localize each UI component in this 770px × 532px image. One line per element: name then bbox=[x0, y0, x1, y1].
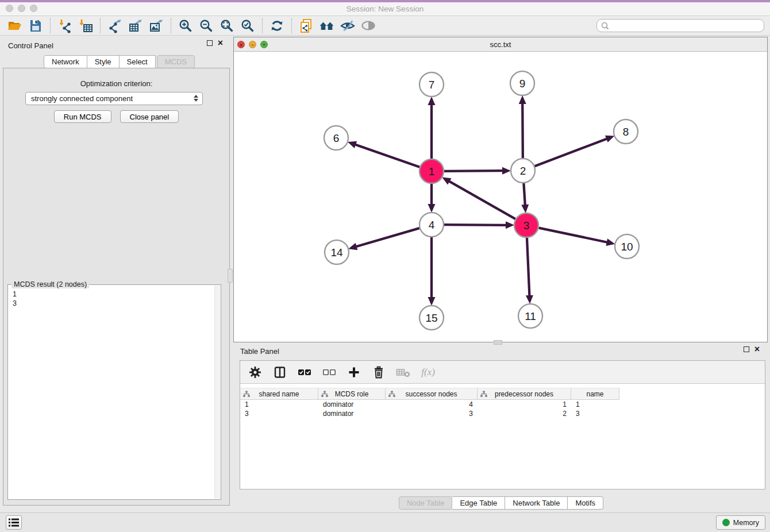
graph-edge-3-1[interactable] bbox=[449, 181, 515, 219]
column-settings-gear-button[interactable] bbox=[247, 364, 263, 380]
zoom-in-button[interactable] bbox=[175, 17, 196, 34]
double-home-icon bbox=[319, 18, 334, 33]
table-tab-network-table[interactable]: Network Table bbox=[505, 496, 568, 510]
criterion-select[interactable]: strongly connected component bbox=[25, 92, 203, 105]
memory-button[interactable]: Memory bbox=[716, 515, 765, 530]
add-row-button[interactable] bbox=[346, 364, 362, 380]
table-tab-motifs[interactable]: Motifs bbox=[568, 496, 603, 510]
import-network-button[interactable] bbox=[55, 17, 75, 34]
graph-edge-1-6[interactable] bbox=[355, 145, 419, 167]
zoom-selected-button[interactable] bbox=[237, 17, 258, 34]
mcds-result-list: 13 bbox=[8, 285, 221, 308]
mcds-result-line: 3 bbox=[13, 299, 216, 308]
table-cell[interactable]: 2 bbox=[478, 409, 571, 418]
function-builder-button[interactable]: f(x) bbox=[420, 364, 436, 380]
table-tab-edge-table[interactable]: Edge Table bbox=[452, 496, 505, 510]
mcds-result-box: MCDS result (2 nodes) 13 bbox=[7, 284, 221, 500]
toolbar-separator bbox=[100, 18, 101, 33]
tab-select[interactable]: Select bbox=[120, 55, 156, 68]
delete-row-button[interactable] bbox=[371, 364, 387, 380]
column-header-shared-name[interactable]: shared name bbox=[240, 388, 318, 400]
main-toolbar bbox=[0, 16, 770, 36]
search-input[interactable] bbox=[610, 20, 764, 31]
result-scrollbar[interactable] bbox=[214, 286, 220, 499]
export-table-button[interactable] bbox=[125, 17, 146, 34]
graph-edge-3-11[interactable] bbox=[527, 238, 529, 296]
network-window-title: scc.txt bbox=[234, 40, 767, 49]
tab-mcds[interactable]: MCDS bbox=[157, 55, 195, 68]
graph-edge-2-8[interactable] bbox=[535, 138, 607, 166]
graph-edge-1-2[interactable] bbox=[444, 171, 503, 171]
table-cell[interactable]: 3 bbox=[240, 409, 318, 418]
vertical-splitter-handle[interactable] bbox=[228, 269, 233, 283]
graph-edge-3-10[interactable] bbox=[539, 228, 607, 242]
import-table-button[interactable] bbox=[75, 17, 96, 34]
export-table-icon bbox=[128, 18, 143, 33]
table-cell[interactable]: dominator bbox=[318, 409, 386, 418]
table-tab-node-table[interactable]: Node Table bbox=[399, 496, 453, 510]
open-folder-icon bbox=[7, 18, 22, 33]
export-image-icon bbox=[149, 18, 164, 33]
table-cell[interactable]: dominator bbox=[318, 400, 386, 409]
graph-node-label-8: 8 bbox=[623, 126, 629, 138]
tab-style[interactable]: Style bbox=[87, 55, 120, 68]
zoom-fit-button[interactable] bbox=[217, 17, 237, 34]
search-box bbox=[596, 19, 764, 32]
open-session-button[interactable] bbox=[5, 17, 25, 34]
close-panel-icon[interactable]: × bbox=[218, 40, 223, 46]
import-table-icon bbox=[78, 18, 93, 33]
graph-edge-2-3[interactable] bbox=[523, 183, 525, 205]
graph-edge-4-14[interactable] bbox=[356, 228, 419, 246]
run-mcds-button[interactable]: Run MCDS bbox=[54, 110, 111, 123]
table-row[interactable]: 3dominator323 bbox=[240, 409, 619, 418]
zoom-in-icon bbox=[178, 18, 193, 33]
graph-node-label-14: 14 bbox=[330, 246, 343, 259]
home-layout-button[interactable] bbox=[317, 17, 337, 34]
show-columns-button[interactable] bbox=[272, 364, 288, 380]
graph-edge-4-3[interactable] bbox=[444, 225, 506, 225]
graph-node-label-7: 7 bbox=[429, 79, 435, 91]
column-header-name[interactable]: name bbox=[571, 388, 619, 400]
graph-edge-2-9[interactable] bbox=[522, 103, 523, 158]
fx-icon: f(x) bbox=[421, 367, 435, 378]
status-bar: Memory bbox=[0, 512, 770, 532]
column-header-predecessor-nodes[interactable]: predecessor nodes bbox=[478, 388, 571, 400]
float-panel-icon[interactable] bbox=[207, 40, 213, 46]
zoom-fit-icon bbox=[220, 18, 234, 33]
close-panel-button[interactable]: Close panel bbox=[120, 110, 179, 123]
column-header-successor-nodes[interactable]: successor nodes bbox=[386, 388, 478, 400]
toolbar-separator bbox=[291, 18, 292, 33]
task-history-button[interactable] bbox=[6, 515, 22, 530]
delete-table-button[interactable] bbox=[395, 364, 411, 380]
hide-panels-button[interactable] bbox=[337, 17, 358, 34]
mcds-result-line: 1 bbox=[13, 290, 216, 299]
show-graphics-details-button[interactable] bbox=[358, 17, 379, 34]
refresh-icon bbox=[270, 18, 284, 33]
table-cell[interactable]: 1 bbox=[478, 400, 571, 409]
table-cell[interactable]: 1 bbox=[571, 400, 619, 409]
table-cell[interactable]: 1 bbox=[240, 400, 318, 409]
deselect-all-rows-button[interactable] bbox=[321, 364, 337, 380]
eye-slash-icon bbox=[340, 18, 355, 33]
table-cell[interactable]: 4 bbox=[386, 400, 478, 409]
float-table-panel-icon[interactable] bbox=[744, 346, 749, 352]
zoom-out-button[interactable] bbox=[196, 17, 217, 34]
control-panel-title: Control Panel bbox=[8, 41, 53, 50]
table-panel: Table Panel × bbox=[233, 342, 768, 512]
table-cell[interactable]: 3 bbox=[571, 409, 619, 418]
network-window-titlebar: x – + scc.txt bbox=[234, 37, 767, 52]
save-session-button[interactable] bbox=[25, 17, 46, 34]
table-cell[interactable]: 3 bbox=[386, 409, 478, 418]
tab-network[interactable]: Network bbox=[44, 55, 87, 68]
graph-node-label-10: 10 bbox=[621, 241, 633, 253]
network-graph[interactable]: 1234678910111415 bbox=[234, 52, 767, 342]
first-neighbors-button[interactable] bbox=[267, 17, 287, 34]
select-all-rows-button[interactable] bbox=[297, 364, 313, 380]
export-network-button[interactable] bbox=[105, 17, 125, 34]
export-image-button[interactable] bbox=[146, 17, 167, 34]
close-table-panel-icon[interactable]: × bbox=[754, 346, 760, 352]
table-toolbar: f(x) bbox=[240, 361, 765, 384]
clone-network-button[interactable] bbox=[296, 17, 317, 34]
column-header-mcds-role[interactable]: MCDS role bbox=[318, 388, 386, 400]
table-row[interactable]: 1dominator411 bbox=[240, 400, 619, 409]
